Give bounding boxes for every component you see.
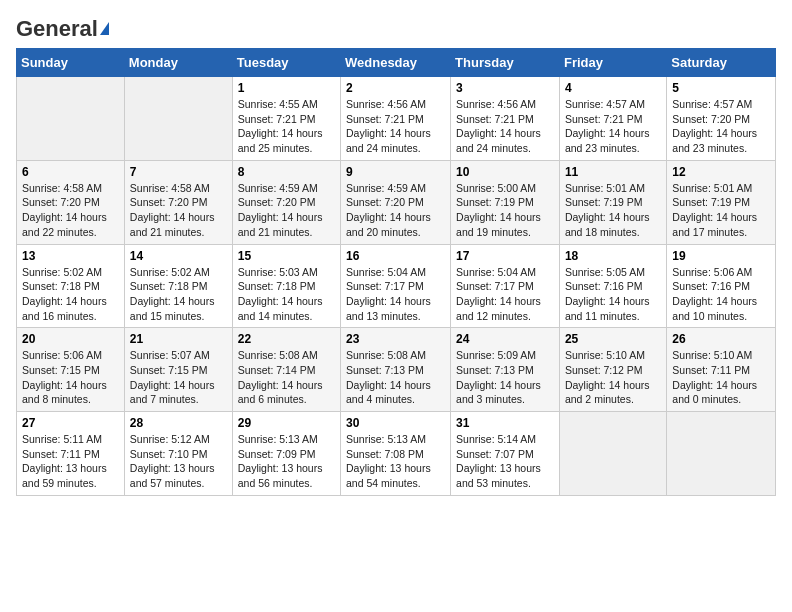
calendar-cell: 16Sunrise: 5:04 AMSunset: 7:17 PMDayligh…	[341, 244, 451, 328]
day-info: Sunrise: 4:55 AMSunset: 7:21 PMDaylight:…	[238, 97, 335, 156]
day-number: 25	[565, 332, 661, 346]
day-number: 9	[346, 165, 445, 179]
day-info: Sunrise: 4:57 AMSunset: 7:20 PMDaylight:…	[672, 97, 770, 156]
day-number: 16	[346, 249, 445, 263]
day-number: 13	[22, 249, 119, 263]
day-info: Sunrise: 4:57 AMSunset: 7:21 PMDaylight:…	[565, 97, 661, 156]
calendar-cell: 27Sunrise: 5:11 AMSunset: 7:11 PMDayligh…	[17, 412, 125, 496]
day-info: Sunrise: 5:00 AMSunset: 7:19 PMDaylight:…	[456, 181, 554, 240]
day-info: Sunrise: 5:08 AMSunset: 7:13 PMDaylight:…	[346, 348, 445, 407]
calendar-cell: 12Sunrise: 5:01 AMSunset: 7:19 PMDayligh…	[667, 160, 776, 244]
day-info: Sunrise: 5:08 AMSunset: 7:14 PMDaylight:…	[238, 348, 335, 407]
day-number: 20	[22, 332, 119, 346]
logo: General	[16, 16, 109, 38]
calendar-cell: 25Sunrise: 5:10 AMSunset: 7:12 PMDayligh…	[559, 328, 666, 412]
day-number: 8	[238, 165, 335, 179]
weekday-header-tuesday: Tuesday	[232, 49, 340, 77]
day-number: 3	[456, 81, 554, 95]
calendar-cell: 23Sunrise: 5:08 AMSunset: 7:13 PMDayligh…	[341, 328, 451, 412]
calendar-cell: 19Sunrise: 5:06 AMSunset: 7:16 PMDayligh…	[667, 244, 776, 328]
day-info: Sunrise: 5:10 AMSunset: 7:12 PMDaylight:…	[565, 348, 661, 407]
calendar-cell: 6Sunrise: 4:58 AMSunset: 7:20 PMDaylight…	[17, 160, 125, 244]
day-info: Sunrise: 5:05 AMSunset: 7:16 PMDaylight:…	[565, 265, 661, 324]
day-number: 28	[130, 416, 227, 430]
day-info: Sunrise: 5:09 AMSunset: 7:13 PMDaylight:…	[456, 348, 554, 407]
day-info: Sunrise: 5:06 AMSunset: 7:16 PMDaylight:…	[672, 265, 770, 324]
weekday-header-saturday: Saturday	[667, 49, 776, 77]
day-info: Sunrise: 5:01 AMSunset: 7:19 PMDaylight:…	[672, 181, 770, 240]
day-number: 27	[22, 416, 119, 430]
day-number: 7	[130, 165, 227, 179]
calendar-cell: 7Sunrise: 4:58 AMSunset: 7:20 PMDaylight…	[124, 160, 232, 244]
calendar-cell	[124, 77, 232, 161]
weekday-header-friday: Friday	[559, 49, 666, 77]
calendar-cell: 1Sunrise: 4:55 AMSunset: 7:21 PMDaylight…	[232, 77, 340, 161]
day-info: Sunrise: 5:02 AMSunset: 7:18 PMDaylight:…	[130, 265, 227, 324]
day-info: Sunrise: 5:10 AMSunset: 7:11 PMDaylight:…	[672, 348, 770, 407]
calendar-table: SundayMondayTuesdayWednesdayThursdayFrid…	[16, 48, 776, 496]
calendar-cell	[17, 77, 125, 161]
calendar-cell: 17Sunrise: 5:04 AMSunset: 7:17 PMDayligh…	[451, 244, 560, 328]
calendar-cell: 26Sunrise: 5:10 AMSunset: 7:11 PMDayligh…	[667, 328, 776, 412]
day-info: Sunrise: 5:14 AMSunset: 7:07 PMDaylight:…	[456, 432, 554, 491]
calendar-cell: 18Sunrise: 5:05 AMSunset: 7:16 PMDayligh…	[559, 244, 666, 328]
day-number: 29	[238, 416, 335, 430]
calendar-cell: 28Sunrise: 5:12 AMSunset: 7:10 PMDayligh…	[124, 412, 232, 496]
calendar-cell: 2Sunrise: 4:56 AMSunset: 7:21 PMDaylight…	[341, 77, 451, 161]
day-number: 1	[238, 81, 335, 95]
calendar-cell: 30Sunrise: 5:13 AMSunset: 7:08 PMDayligh…	[341, 412, 451, 496]
day-number: 5	[672, 81, 770, 95]
calendar-cell: 24Sunrise: 5:09 AMSunset: 7:13 PMDayligh…	[451, 328, 560, 412]
day-number: 30	[346, 416, 445, 430]
calendar-cell: 8Sunrise: 4:59 AMSunset: 7:20 PMDaylight…	[232, 160, 340, 244]
day-info: Sunrise: 5:13 AMSunset: 7:09 PMDaylight:…	[238, 432, 335, 491]
calendar-cell: 22Sunrise: 5:08 AMSunset: 7:14 PMDayligh…	[232, 328, 340, 412]
day-info: Sunrise: 5:12 AMSunset: 7:10 PMDaylight:…	[130, 432, 227, 491]
calendar-cell: 11Sunrise: 5:01 AMSunset: 7:19 PMDayligh…	[559, 160, 666, 244]
day-info: Sunrise: 4:56 AMSunset: 7:21 PMDaylight:…	[456, 97, 554, 156]
calendar-cell: 31Sunrise: 5:14 AMSunset: 7:07 PMDayligh…	[451, 412, 560, 496]
day-info: Sunrise: 5:06 AMSunset: 7:15 PMDaylight:…	[22, 348, 119, 407]
day-number: 14	[130, 249, 227, 263]
day-info: Sunrise: 5:11 AMSunset: 7:11 PMDaylight:…	[22, 432, 119, 491]
calendar-cell: 15Sunrise: 5:03 AMSunset: 7:18 PMDayligh…	[232, 244, 340, 328]
page-header: General	[16, 16, 776, 38]
day-number: 24	[456, 332, 554, 346]
day-number: 18	[565, 249, 661, 263]
weekday-header-wednesday: Wednesday	[341, 49, 451, 77]
weekday-header-thursday: Thursday	[451, 49, 560, 77]
day-number: 12	[672, 165, 770, 179]
logo-general: General	[16, 16, 98, 42]
calendar-cell: 29Sunrise: 5:13 AMSunset: 7:09 PMDayligh…	[232, 412, 340, 496]
weekday-header-sunday: Sunday	[17, 49, 125, 77]
calendar-cell: 3Sunrise: 4:56 AMSunset: 7:21 PMDaylight…	[451, 77, 560, 161]
calendar-header: SundayMondayTuesdayWednesdayThursdayFrid…	[17, 49, 776, 77]
day-info: Sunrise: 5:04 AMSunset: 7:17 PMDaylight:…	[346, 265, 445, 324]
day-number: 31	[456, 416, 554, 430]
day-info: Sunrise: 5:04 AMSunset: 7:17 PMDaylight:…	[456, 265, 554, 324]
calendar-cell: 9Sunrise: 4:59 AMSunset: 7:20 PMDaylight…	[341, 160, 451, 244]
day-number: 11	[565, 165, 661, 179]
day-number: 22	[238, 332, 335, 346]
day-number: 10	[456, 165, 554, 179]
day-number: 19	[672, 249, 770, 263]
logo-triangle-icon	[100, 22, 109, 35]
calendar-cell: 5Sunrise: 4:57 AMSunset: 7:20 PMDaylight…	[667, 77, 776, 161]
calendar-cell: 4Sunrise: 4:57 AMSunset: 7:21 PMDaylight…	[559, 77, 666, 161]
day-number: 15	[238, 249, 335, 263]
day-info: Sunrise: 4:58 AMSunset: 7:20 PMDaylight:…	[130, 181, 227, 240]
day-number: 17	[456, 249, 554, 263]
calendar-cell: 21Sunrise: 5:07 AMSunset: 7:15 PMDayligh…	[124, 328, 232, 412]
day-info: Sunrise: 5:01 AMSunset: 7:19 PMDaylight:…	[565, 181, 661, 240]
calendar-cell	[559, 412, 666, 496]
calendar-cell: 10Sunrise: 5:00 AMSunset: 7:19 PMDayligh…	[451, 160, 560, 244]
day-info: Sunrise: 5:13 AMSunset: 7:08 PMDaylight:…	[346, 432, 445, 491]
day-number: 21	[130, 332, 227, 346]
day-number: 4	[565, 81, 661, 95]
calendar-cell: 14Sunrise: 5:02 AMSunset: 7:18 PMDayligh…	[124, 244, 232, 328]
day-number: 23	[346, 332, 445, 346]
day-info: Sunrise: 4:58 AMSunset: 7:20 PMDaylight:…	[22, 181, 119, 240]
calendar-cell: 20Sunrise: 5:06 AMSunset: 7:15 PMDayligh…	[17, 328, 125, 412]
day-info: Sunrise: 5:02 AMSunset: 7:18 PMDaylight:…	[22, 265, 119, 324]
day-info: Sunrise: 4:56 AMSunset: 7:21 PMDaylight:…	[346, 97, 445, 156]
